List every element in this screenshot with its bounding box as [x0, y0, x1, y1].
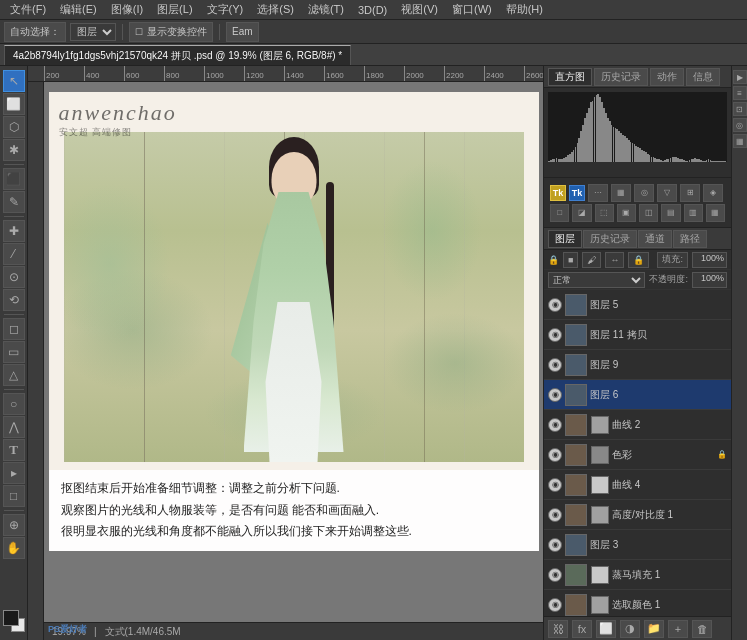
menu-file[interactable]: 文件(F)	[4, 1, 52, 18]
new-layer-btn[interactable]: +	[668, 620, 688, 638]
link-layers-btn[interactable]: ⛓	[548, 620, 568, 638]
tool-path-select[interactable]: ▸	[3, 462, 25, 484]
tool-clone[interactable]: ⊙	[3, 266, 25, 288]
eam-button[interactable]: Eam	[226, 22, 259, 42]
adj-hsl-icon[interactable]: ◎	[634, 184, 654, 202]
tool-eyedropper[interactable]: ✎	[3, 191, 25, 213]
transform-controls-btn[interactable]: ☐ 显示变换控件	[129, 22, 213, 42]
histogram-tab[interactable]: 直方图	[548, 68, 592, 86]
lock-position-btn[interactable]: ↔	[605, 252, 624, 268]
delete-layer-btn[interactable]: 🗑	[692, 620, 712, 638]
layer-visibility-eye[interactable]: ◉	[548, 328, 562, 342]
adj-curves-icon[interactable]: ⋯	[588, 184, 608, 202]
layer-row[interactable]: ◉高度/对比度 1	[544, 500, 731, 530]
menu-text[interactable]: 文字(Y)	[201, 1, 250, 18]
tool-blur[interactable]: △	[3, 364, 25, 386]
menu-3d[interactable]: 3D(D)	[352, 3, 393, 17]
lock-image-btn[interactable]: 🖌	[582, 252, 601, 268]
layer-visibility-eye[interactable]: ◉	[548, 358, 562, 372]
blend-mode-select[interactable]: 正常 溶解 正片叠底	[548, 272, 645, 288]
tk-badge-2[interactable]: Tk	[569, 185, 585, 201]
menu-help[interactable]: 帮助(H)	[500, 1, 549, 18]
menu-layer[interactable]: 图层(L)	[151, 1, 198, 18]
panel-collapse-5[interactable]: ▦	[733, 134, 747, 148]
layer-row[interactable]: ◉图层 3	[544, 530, 731, 560]
layer-row[interactable]: ◉色彩🔒	[544, 440, 731, 470]
history-tab[interactable]: 历史记录	[594, 68, 648, 86]
layer-visibility-eye[interactable]: ◉	[548, 418, 562, 432]
adj-colorbalance-icon[interactable]: ▽	[657, 184, 677, 202]
layer-tab-layers[interactable]: 图层	[548, 230, 582, 248]
panel-collapse-2[interactable]: ≡	[733, 86, 747, 100]
tool-select-rect[interactable]: ⬜	[3, 93, 25, 115]
tool-gradient[interactable]: ▭	[3, 341, 25, 363]
tool-wand[interactable]: ✱	[3, 139, 25, 161]
adj-icon-1[interactable]: □	[550, 204, 569, 222]
lock-all-btn[interactable]: 🔒	[628, 252, 649, 268]
adj-vignette-icon[interactable]: ◈	[703, 184, 723, 202]
layers-list[interactable]: ◉图层 5◉图层 11 拷贝◉图层 9◉图层 6◉曲线 2◉色彩🔒◉曲线 4◉高…	[544, 290, 731, 616]
layer-tab-channels[interactable]: 通道	[638, 230, 672, 248]
tool-eraser[interactable]: ◻	[3, 318, 25, 340]
info-tab[interactable]: 信息	[686, 68, 720, 86]
tool-history-brush[interactable]: ⟲	[3, 289, 25, 311]
layer-tab-history[interactable]: 历史记录	[583, 230, 637, 248]
layer-row[interactable]: ◉图层 11 拷贝	[544, 320, 731, 350]
panel-collapse-4[interactable]: ◎	[733, 118, 747, 132]
color-swatch-container[interactable]	[3, 610, 25, 632]
tool-pen[interactable]: ⋀	[3, 416, 25, 438]
adj-icon-2[interactable]: ◪	[572, 204, 591, 222]
actions-tab[interactable]: 动作	[650, 68, 684, 86]
layer-visibility-eye[interactable]: ◉	[548, 568, 562, 582]
menu-select[interactable]: 选择(S)	[251, 1, 300, 18]
auto-adjust-select[interactable]: 图层 组	[70, 23, 116, 41]
layer-row[interactable]: ◉曲线 2	[544, 410, 731, 440]
tk-badge-1[interactable]: Tk	[550, 185, 566, 201]
add-group-btn[interactable]: 📁	[644, 620, 664, 638]
tool-brush[interactable]: ∕	[3, 243, 25, 265]
layer-visibility-eye[interactable]: ◉	[548, 298, 562, 312]
layer-visibility-eye[interactable]: ◉	[548, 538, 562, 552]
tool-move[interactable]: ↖	[3, 70, 25, 92]
layer-tab-paths[interactable]: 路径	[673, 230, 707, 248]
canvas-viewport[interactable]: anwenchao 安文超 高端修图	[44, 82, 543, 640]
opacity-value[interactable]: 100%	[692, 272, 727, 288]
tool-heal[interactable]: ✚	[3, 220, 25, 242]
adj-filter-icon[interactable]: ⊞	[680, 184, 700, 202]
add-adjustment-btn[interactable]: ◑	[620, 620, 640, 638]
menu-edit[interactable]: 编辑(E)	[54, 1, 103, 18]
menu-filter[interactable]: 滤镜(T)	[302, 1, 350, 18]
adj-icon-5[interactable]: ◫	[639, 204, 658, 222]
adj-icon-3[interactable]: ⬚	[595, 204, 614, 222]
layer-visibility-eye[interactable]: ◉	[548, 448, 562, 462]
add-style-btn[interactable]: fx	[572, 620, 592, 638]
tool-crop[interactable]: ⬛	[3, 168, 25, 190]
layer-row[interactable]: ◉图层 9	[544, 350, 731, 380]
tool-shape[interactable]: □	[3, 485, 25, 507]
adj-icon-7[interactable]: ▥	[684, 204, 703, 222]
adj-levels-icon[interactable]: ▦	[611, 184, 631, 202]
menu-view[interactable]: 视图(V)	[395, 1, 444, 18]
menu-window[interactable]: 窗口(W)	[446, 1, 498, 18]
fill-value[interactable]: 100%	[692, 252, 727, 268]
panel-collapse-3[interactable]: ⊡	[733, 102, 747, 116]
layer-visibility-eye[interactable]: ◉	[548, 508, 562, 522]
foreground-color[interactable]	[3, 610, 19, 626]
tool-zoom[interactable]: ⊕	[3, 514, 25, 536]
tool-text[interactable]: T	[3, 439, 25, 461]
adj-icon-4[interactable]: ▣	[617, 204, 636, 222]
tool-dodge[interactable]: ○	[3, 393, 25, 415]
menu-image[interactable]: 图像(I)	[105, 1, 149, 18]
panel-collapse-1[interactable]: ▶	[733, 70, 747, 84]
lock-transparent-btn[interactable]: ■	[563, 252, 578, 268]
layer-row[interactable]: ◉图层 5	[544, 290, 731, 320]
tool-hand[interactable]: ✋	[3, 537, 25, 559]
layer-row[interactable]: ◉蒸马填充 1	[544, 560, 731, 590]
layer-row[interactable]: ◉曲线 4	[544, 470, 731, 500]
document-tab[interactable]: 4a2b8794ly1fg1dgs5vhj21570qk24 拼贝 .psd @…	[4, 45, 351, 65]
adj-icon-6[interactable]: ▤	[661, 204, 680, 222]
adj-icon-8[interactable]: ▦	[706, 204, 725, 222]
layer-row[interactable]: ◉选取颜色 1	[544, 590, 731, 616]
tool-lasso[interactable]: ⬡	[3, 116, 25, 138]
layer-visibility-eye[interactable]: ◉	[548, 478, 562, 492]
